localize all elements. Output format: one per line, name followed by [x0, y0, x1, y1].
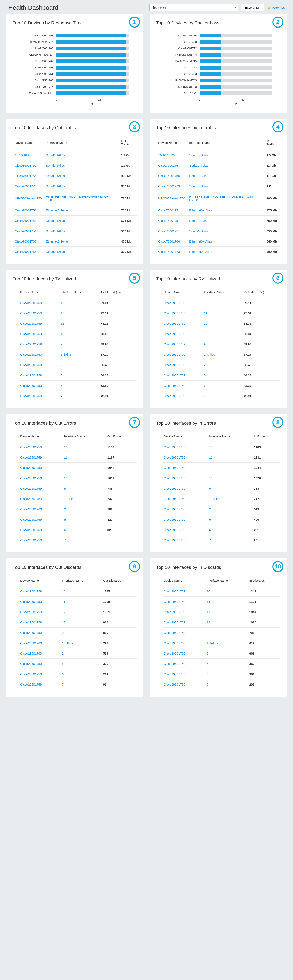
device-name-link[interactable]: Cisco29501759 [20, 528, 42, 531]
interface-name-link[interactable]: 10 [209, 445, 212, 449]
interface-name-link[interactable]: 7 [61, 394, 62, 398]
interface-name-link[interactable]: HP ETHERNET MULTI-ENVIRONMENT,ROM L.20.0… [46, 195, 109, 202]
device-name-link[interactable]: Cisco29501760 [20, 353, 42, 356]
device-name-link[interactable]: Cisco76001766 [15, 240, 36, 243]
interface-name-link[interactable]: 1-ifAlias [62, 641, 73, 645]
device-name-link[interactable]: Cisco29501759 [20, 322, 42, 325]
device-name-link[interactable]: Cisco29501759 [164, 600, 185, 603]
device-name-link[interactable]: Cisco76001766 [158, 240, 180, 243]
device-name-link[interactable]: Cisco29501759 [20, 662, 42, 665]
device-name-link[interactable]: Cisco29501759 [164, 631, 185, 635]
interface-name-link[interactable]: 7 [207, 682, 209, 686]
interface-name-link[interactable]: 5 [64, 518, 66, 521]
device-name-link[interactable]: Cisco29501759 [20, 476, 42, 480]
interface-name-link[interactable]: 12 [204, 322, 207, 325]
device-name-link[interactable]: Cisco29501759 [20, 518, 42, 521]
interface-name-link[interactable]: Ethernet0-ifAlias [46, 240, 69, 243]
device-name-link[interactable]: Cisco29501759 [20, 394, 42, 398]
interface-name-link[interactable]: 12 [64, 466, 68, 469]
device-name-link[interactable]: Cisco29501759 [164, 384, 185, 387]
device-name-link[interactable]: Cisco29501759 [164, 662, 185, 665]
device-name-link[interactable]: Cisco76001751 [158, 219, 180, 223]
interface-name-link[interactable]: 2 [64, 508, 66, 511]
device-name-link[interactable]: Cisco29501759 [20, 312, 42, 315]
device-name-link[interactable]: Cisco29501759 [164, 374, 185, 377]
interface-name-link[interactable]: Serial0-ifAlias [46, 229, 65, 233]
interface-name-link[interactable]: Serial1-ifAlias [46, 185, 65, 188]
device-name-link[interactable]: Cisco76001751 [15, 219, 36, 223]
interface-name-link[interactable]: 11 [204, 312, 207, 315]
device-name-link[interactable]: Cisco29501759 [20, 466, 42, 469]
interface-name-link[interactable]: 13 [62, 620, 65, 624]
interface-name-link[interactable]: 7 [209, 538, 211, 542]
interface-name-link[interactable]: 5 [62, 662, 63, 665]
interface-name-link[interactable]: 2 [204, 363, 206, 367]
device-name-link[interactable]: Cisco76001766 [158, 174, 180, 178]
device-name-link[interactable]: Cisco29501759 [20, 332, 42, 336]
interface-name-link[interactable]: 7 [204, 394, 206, 398]
interface-name-link[interactable]: 1-ifAlias [209, 497, 220, 501]
interface-name-link[interactable]: 11 [209, 456, 212, 459]
device-name-link[interactable]: Cisco29501759 [20, 538, 42, 542]
interface-name-link[interactable]: 13 [64, 476, 68, 480]
interface-name-link[interactable]: Serial0-ifAlias [46, 250, 65, 253]
interface-name-link[interactable]: 12 [61, 322, 64, 325]
device-name-link[interactable]: Cisco36001767 [158, 164, 180, 167]
interface-name-link[interactable]: 9 [209, 487, 211, 490]
device-name-link[interactable]: Cisco76001766 [15, 250, 36, 253]
device-name-link[interactable]: Cisco76001751 [158, 208, 180, 212]
device-name-link[interactable]: Cisco76001751 [15, 229, 36, 233]
device-name-link[interactable]: Cisco29501760 [164, 508, 185, 511]
interface-name-link[interactable]: HP ETHERNET MULTI-ENVIRONMENT,ROM L.20.0… [189, 195, 253, 202]
interface-name-link[interactable]: 6 [62, 672, 63, 676]
interface-name-link[interactable]: Serial1-ifAlias [46, 219, 65, 223]
interface-name-link[interactable]: 1-ifAlias [207, 641, 218, 645]
interface-name-link[interactable]: 6 [207, 672, 209, 676]
device-name-link[interactable]: Cisco29501760 [164, 652, 185, 655]
period-select[interactable]: This Month ▼ [149, 4, 238, 11]
interface-name-link[interactable]: 5 [204, 374, 206, 377]
interface-name-link[interactable]: 6 [61, 384, 62, 387]
interface-name-link[interactable]: 13 [61, 332, 64, 336]
interface-name-link[interactable]: Serial1-ifAlias [46, 164, 65, 167]
device-name-link[interactable]: 10.10.10.20 [158, 153, 174, 157]
interface-name-link[interactable]: 1-ifAlias [61, 353, 72, 356]
device-name-link[interactable]: Cisco29501760 [20, 641, 42, 645]
interface-name-link[interactable]: Serial1-ifAlias [189, 219, 208, 223]
device-name-link[interactable]: Cisco76001773 [158, 250, 180, 253]
interface-name-link[interactable]: 12 [62, 610, 65, 614]
interface-name-link[interactable]: 6 [204, 384, 206, 387]
interface-name-link[interactable]: 2 [61, 363, 62, 367]
interface-name-link[interactable]: 10 [64, 445, 68, 449]
interface-name-link[interactable]: 5 [207, 662, 209, 665]
interface-name-link[interactable]: 12 [209, 466, 212, 469]
interface-name-link[interactable]: 1-ifAlias [204, 353, 215, 356]
interface-name-link[interactable]: Ethernet0-ifAlias [189, 208, 212, 212]
interface-name-link[interactable]: 13 [207, 620, 211, 624]
interface-name-link[interactable]: Ethernet0-ifAlias [189, 240, 212, 243]
interface-name-link[interactable]: 9 [64, 487, 66, 490]
device-name-link[interactable]: Cisco29501759 [164, 518, 185, 521]
export-pdf-button[interactable]: Export PDF [241, 4, 264, 11]
device-name-link[interactable]: HP4500Series1750 [158, 197, 185, 200]
interface-name-link[interactable]: 7 [62, 682, 63, 686]
device-name-link[interactable]: Cisco29501760 [164, 497, 185, 501]
device-name-link[interactable]: Cisco29501759 [164, 538, 185, 542]
device-name-link[interactable]: Cisco29501759 [20, 342, 42, 346]
interface-name-link[interactable]: 7 [64, 538, 66, 542]
interface-name-link[interactable]: Serial1-ifAlias [189, 174, 208, 178]
device-name-link[interactable]: Cisco29501759 [164, 445, 185, 449]
device-name-link[interactable]: Cisco29501759 [20, 590, 42, 593]
device-name-link[interactable]: Cisco29501759 [20, 682, 42, 686]
interface-name-link[interactable]: Serial1-ifAlias [189, 164, 208, 167]
device-name-link[interactable]: Cisco29501760 [164, 641, 185, 645]
device-name-link[interactable]: Cisco29501759 [164, 332, 185, 336]
device-name-link[interactable]: Cisco29501759 [164, 312, 185, 315]
interface-name-link[interactable]: Serial1-ifAlias [189, 153, 208, 157]
device-name-link[interactable]: Cisco29501760 [20, 363, 42, 367]
interface-name-link[interactable]: 11 [207, 600, 211, 603]
interface-name-link[interactable]: 1-ifAlias [64, 497, 75, 501]
device-name-link[interactable]: Cisco76001773 [15, 185, 36, 188]
device-name-link[interactable]: Cisco29501759 [164, 590, 185, 593]
device-name-link[interactable]: Cisco29501760 [164, 353, 185, 356]
